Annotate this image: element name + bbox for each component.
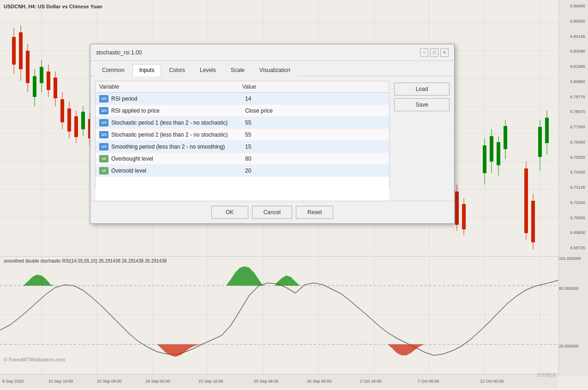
svg-rect-35 xyxy=(67,108,71,132)
price-label: 6.69830 xyxy=(560,230,587,235)
row-value[interactable]: 80 xyxy=(245,156,385,162)
price-label: 6.72040 xyxy=(560,200,587,205)
date-label-oct7: 7 Oct 08:00 xyxy=(418,379,439,384)
price-scale-top: 6.86405 6.85300 6.84195 6.83090 6.81985 … xyxy=(558,0,588,254)
reset-button[interactable]: Reset xyxy=(296,206,333,219)
svg-rect-23 xyxy=(26,51,30,83)
row-label: RSI period xyxy=(111,96,245,102)
tab-colors[interactable]: Colors xyxy=(162,64,192,76)
chart-title: USDCNH, H4: US Dollar vs Chinese Yuan xyxy=(4,4,102,9)
maximize-button[interactable]: □ xyxy=(430,48,438,57)
col-variable-header: Variable xyxy=(99,84,242,90)
watermark: © ForexMT4Indicators.com xyxy=(4,357,65,362)
date-label-sep30: 30 Sep 00:00 xyxy=(307,379,332,384)
svg-rect-81 xyxy=(483,145,486,173)
price-label: 6.68725 xyxy=(560,246,587,250)
row-value[interactable]: Close price xyxy=(245,108,385,114)
price-label: 6.73145 xyxy=(560,185,587,190)
price-label: 6.77565 xyxy=(560,125,587,129)
dialog-title: stochastic_rsi 1.00 xyxy=(96,49,142,56)
row-icon-int: 123 xyxy=(99,119,108,126)
tab-scale[interactable]: Scale xyxy=(224,64,252,76)
bottom-price-label-80: 80.000000 xyxy=(559,286,581,291)
price-label: 6.74250 xyxy=(560,170,587,174)
price-label: 6.80880 xyxy=(560,79,587,84)
svg-rect-29 xyxy=(47,72,50,90)
tab-common[interactable]: Common xyxy=(95,64,132,76)
row-icon-int: 123 xyxy=(99,131,108,138)
date-label-sep25: 25 Sep 08:00 xyxy=(254,379,279,384)
svg-rect-27 xyxy=(40,67,43,83)
save-button[interactable]: Save xyxy=(394,98,450,111)
svg-rect-33 xyxy=(60,99,64,122)
price-label: 6.85300 xyxy=(560,19,587,24)
inputs-table: Variable Value 123 RSI period 14 123 RSI… xyxy=(95,81,390,188)
dialog: stochastic_rsi 1.00 − □ × Common Inputs … xyxy=(90,44,455,224)
table-row[interactable]: 123 Stochastic period 1 (less than 2 - n… xyxy=(96,117,389,129)
row-icon-int: 123 xyxy=(99,95,108,102)
tab-levels[interactable]: Levels xyxy=(193,64,223,76)
oscillator-chart xyxy=(0,256,558,374)
row-label: Stochastic period 1 (less than 2 - no st… xyxy=(111,120,245,126)
price-label: 6.75355 xyxy=(560,155,587,160)
row-label: Smoothing period (less than 2 - no smoot… xyxy=(111,144,245,150)
table-row[interactable]: 123 Stochastic period 2 (less than 2 - n… xyxy=(96,129,389,141)
row-value[interactable]: 55 xyxy=(245,132,385,138)
price-label: 6.86405 xyxy=(560,4,587,8)
bottom-price-label-101: 101.000000 xyxy=(559,256,583,261)
table-row[interactable]: 1/2 Overbought level 80 xyxy=(96,153,389,165)
svg-rect-91 xyxy=(531,201,535,242)
table-row[interactable]: 123 RSI applied to price Close price xyxy=(96,105,389,117)
price-label: 6.84195 xyxy=(560,34,587,39)
date-axis: 8 Sep 2020 10 Sep 16:00 15 Sep 08:00 18 … xyxy=(0,374,558,388)
tab-visualization[interactable]: Visualization xyxy=(252,64,297,76)
svg-rect-19 xyxy=(12,37,16,65)
row-icon-int: 123 xyxy=(99,107,108,114)
tab-inputs[interactable]: Inputs xyxy=(132,64,162,76)
dialog-footer: OK Cancel Reset xyxy=(90,201,454,223)
price-label: 6.79775 xyxy=(560,95,587,99)
date-label-sep10: 10 Sep 16:00 xyxy=(48,379,73,384)
table-row[interactable]: 123 RSI period 14 xyxy=(96,93,389,105)
price-label: 6.81985 xyxy=(560,64,587,69)
close-button[interactable]: × xyxy=(440,48,449,57)
load-button[interactable]: Load xyxy=(394,83,450,96)
svg-rect-39 xyxy=(81,112,85,129)
price-label: 6.83090 xyxy=(560,49,587,54)
price-label: 6.78670 xyxy=(560,109,587,114)
date-label-sep15: 15 Sep 08:00 xyxy=(97,379,122,384)
date-label-oct12: 12 Oct 00:00 xyxy=(480,379,504,384)
ok-button[interactable]: OK xyxy=(211,206,248,219)
svg-rect-31 xyxy=(54,78,57,98)
svg-rect-95 xyxy=(545,118,549,143)
svg-rect-83 xyxy=(490,136,493,162)
row-value[interactable]: 15 xyxy=(245,144,385,150)
svg-rect-37 xyxy=(74,116,78,137)
svg-rect-25 xyxy=(33,76,36,97)
cancel-button[interactable]: Cancel xyxy=(252,206,292,219)
minimize-button[interactable]: − xyxy=(420,48,428,57)
row-value[interactable]: 20 xyxy=(245,168,385,174)
row-label: RSI applied to price xyxy=(111,108,245,114)
titlebar-buttons: − □ × xyxy=(420,48,449,57)
row-icon-int: 123 xyxy=(99,143,108,150)
row-value[interactable]: 55 xyxy=(245,120,385,126)
table-row[interactable]: 1/2 Oversold level 20 xyxy=(96,165,389,177)
row-value[interactable]: 14 xyxy=(245,96,385,102)
svg-rect-87 xyxy=(504,126,507,149)
row-icon-float: 1/2 xyxy=(99,167,108,174)
date-label-sep18: 18 Sep 00:00 xyxy=(145,379,170,384)
svg-rect-21 xyxy=(19,32,23,69)
row-icon-float: 1/2 xyxy=(99,155,108,162)
row-label: Stochastic period 2 (less than 2 - no st… xyxy=(111,132,245,138)
table-row[interactable]: 123 Smoothing period (less than 2 - no s… xyxy=(96,141,389,153)
row-label: Oversold level xyxy=(111,168,245,174)
tabs-bar: Common Inputs Colors Levels Scale Visual… xyxy=(90,61,454,76)
side-buttons: Load Save xyxy=(394,81,450,188)
bottom-price-label-20: 20.000000 xyxy=(559,344,581,348)
bottom-chart-title: smoothed double stochastic RSI(14,55,55,… xyxy=(4,258,167,264)
row-label: Overbought level xyxy=(111,156,245,162)
svg-rect-89 xyxy=(524,168,528,233)
price-label: 6.70935 xyxy=(560,216,587,220)
corner-badge: 5189图库 xyxy=(537,372,557,378)
